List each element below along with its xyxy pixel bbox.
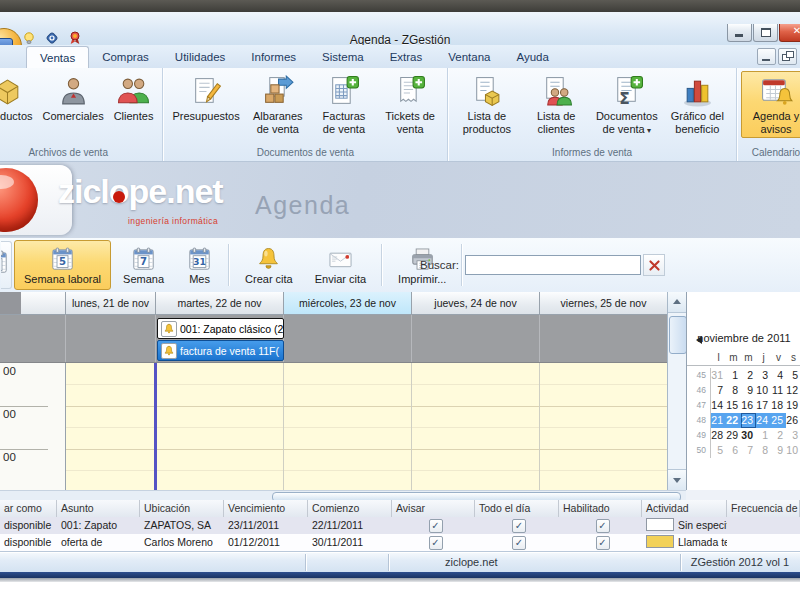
ribbon-button-productos[interactable]: Productos [0, 71, 38, 126]
scroll-down-button[interactable] [668, 469, 686, 490]
minical-day[interactable]: 4 [771, 368, 786, 383]
column-header-actividad[interactable]: Actividad [642, 500, 727, 517]
minical-day[interactable]: 28 [711, 428, 726, 443]
column-header-frecuencia-de-re[interactable]: Frecuencia de re [727, 500, 800, 517]
column-header-todo-el-dia[interactable]: Todo el día [475, 500, 559, 517]
minical-day[interactable]: 16 [741, 398, 756, 413]
minical-day[interactable]: 7 [741, 443, 756, 458]
day-header-lunes-21-de-nov[interactable]: lunes, 21 de nov [65, 292, 155, 315]
checkbox-todo-el-dia[interactable]: ✓ [512, 536, 526, 550]
time-label: 00 [3, 365, 16, 377]
minical-day[interactable]: 29 [726, 428, 741, 443]
minical-day[interactable]: 24 [756, 413, 771, 428]
toolbar-button-semana[interactable]: 7Semana [113, 240, 174, 290]
tab-informes[interactable]: Informes [238, 46, 309, 68]
tab-utilidades[interactable]: Utilidades [162, 46, 239, 68]
tab-compras[interactable]: Compras [89, 46, 162, 68]
ribbon-button-clientes[interactable]: Clientes [109, 71, 159, 126]
tab-sistema[interactable]: Sistema [309, 46, 377, 68]
minical-day[interactable]: 9 [741, 383, 756, 398]
column-header-asunto[interactable]: Asunto [57, 500, 140, 517]
tab-extras[interactable]: Extras [377, 46, 436, 68]
minical-day[interactable]: 26 [786, 413, 800, 428]
minical-day[interactable]: 8 [726, 383, 741, 398]
minical-day[interactable]: 8 [756, 443, 771, 458]
column-header-habilitado[interactable]: Habilitado [559, 500, 642, 517]
toolbar-button-mes[interactable]: 31Mes [176, 240, 223, 290]
child-minimize-button[interactable] [757, 48, 776, 65]
minical-day[interactable]: 11 [771, 383, 786, 398]
minical-day[interactable]: 22 [726, 413, 741, 428]
minical-day[interactable]: 10 [756, 383, 771, 398]
ribbon-button-grafico-del-beneficio[interactable]: Gráfico del beneficio [663, 71, 732, 138]
minical-day[interactable]: 2 [741, 368, 756, 383]
minical-day[interactable]: 5 [711, 443, 726, 458]
minical-day[interactable]: 21 [711, 413, 726, 428]
checkbox-avisar[interactable]: ✓ [429, 519, 443, 533]
day-header-viernes-25-de-nov[interactable]: viernes, 25 de nov [539, 292, 667, 315]
scrollbar-thumb[interactable] [669, 316, 687, 354]
column-header-ar-como[interactable]: ar como [0, 500, 57, 517]
toolbar-button-enviar-cita[interactable]: Enviar cita [305, 240, 376, 290]
minical-day[interactable]: 3 [786, 428, 800, 443]
column-header-vencimiento[interactable]: Vencimiento [224, 500, 308, 517]
minical-day[interactable]: 17 [756, 398, 771, 413]
minical-day[interactable]: 25 [771, 413, 786, 428]
table-row[interactable]: disponibleoferta deCarlos Moreno01/12/20… [0, 534, 800, 552]
checkbox-avisar[interactable]: ✓ [429, 536, 443, 550]
ribbon-button-tickets-de-venta[interactable]: Tickets de venta [377, 71, 443, 138]
minical-day[interactable]: 3 [756, 368, 771, 383]
minical-day[interactable]: 5 [786, 368, 800, 383]
minical-day[interactable]: 7 [711, 383, 726, 398]
checkbox-habilitado[interactable]: ✓ [596, 536, 610, 550]
ribbon-button-agenda-y-avisos[interactable]: Agenda y avisos [741, 71, 800, 138]
child-restore-button[interactable] [778, 48, 797, 65]
tab-ventana[interactable]: Ventana [435, 46, 503, 68]
minical-day[interactable]: 19 [786, 398, 800, 413]
table-row[interactable]: disponible001: ZapatoZAPATOS, SA23/11/20… [0, 517, 800, 535]
column-header-ubicacion[interactable]: Ubicación [140, 500, 224, 517]
appointment-selected[interactable]: factura de venta 11F( [157, 340, 284, 361]
toolbar-button-crear-cita[interactable]: Crear cita [235, 240, 303, 290]
minical-day[interactable]: 6 [726, 443, 741, 458]
minical-day[interactable]: 14 [711, 398, 726, 413]
clear-search-button[interactable] [643, 254, 665, 276]
minical-day[interactable]: 1 [726, 368, 741, 383]
search-input[interactable] [465, 255, 641, 275]
tab-ayuda[interactable]: Ayuda [503, 46, 561, 68]
ribbon-button-albaranes-de-venta[interactable]: Albaranes de venta [245, 71, 311, 138]
maximize-button[interactable] [753, 24, 778, 42]
minical-day[interactable]: 1 [756, 428, 771, 443]
minical-day[interactable]: 18 [771, 398, 786, 413]
minical-day[interactable]: 12 [786, 383, 800, 398]
minical-day[interactable]: 2 [771, 428, 786, 443]
minical-day[interactable]: 15 [726, 398, 741, 413]
minimize-button[interactable] [727, 24, 752, 42]
ribbon-button-lista-de-productos[interactable]: Lista de productos [452, 71, 521, 138]
day-header-jueves-24-de-nov[interactable]: jueves, 24 de nov [411, 292, 539, 315]
column-header-comienzo[interactable]: Comienzo [308, 500, 392, 517]
close-button[interactable]: ✕ [779, 24, 800, 42]
minical-day[interactable]: 10 [786, 443, 800, 458]
minical-day[interactable]: 31 [711, 368, 726, 383]
minical-day[interactable]: 30 [741, 428, 756, 443]
ribbon-button-documentos-de-venta[interactable]: ΣDocumentos de venta ▾ [591, 71, 663, 140]
column-header-avisar[interactable]: Avisar [392, 500, 475, 517]
minical-day[interactable]: 9 [771, 443, 786, 458]
checkbox-todo-el-dia[interactable]: ✓ [512, 519, 526, 533]
day-header-miercoles-23-de-nov[interactable]: miércoles, 23 de nov [283, 292, 411, 315]
toolbar-button-semana-laboral[interactable]: 5Semana laboral [14, 240, 111, 290]
vertical-scrollbar[interactable] [667, 292, 687, 490]
day-header-martes-22-de-nov[interactable]: martes, 22 de nov [155, 292, 283, 315]
tab-ventas[interactable]: Ventas [26, 46, 89, 68]
ribbon-button-facturas-de-venta[interactable]: Facturas de venta [311, 71, 377, 138]
ribbon-button-presupuestos[interactable]: Presupuestos [167, 71, 244, 126]
appointment[interactable]: 001: Zapato clásico (2 [157, 318, 284, 339]
allday-area[interactable]: 001: Zapato clásico (2factura de venta 1… [0, 315, 667, 363]
checkbox-habilitado[interactable]: ✓ [596, 519, 610, 533]
ribbon-button-comerciales[interactable]: Comerciales [38, 71, 109, 126]
ribbon-button-lista-de-clientes[interactable]: Lista de clientes [522, 71, 591, 138]
minical-day[interactable]: 23 [741, 413, 756, 428]
scroll-up-button[interactable] [668, 292, 686, 313]
day-view-button-partial[interactable]: 5 [1, 241, 12, 289]
